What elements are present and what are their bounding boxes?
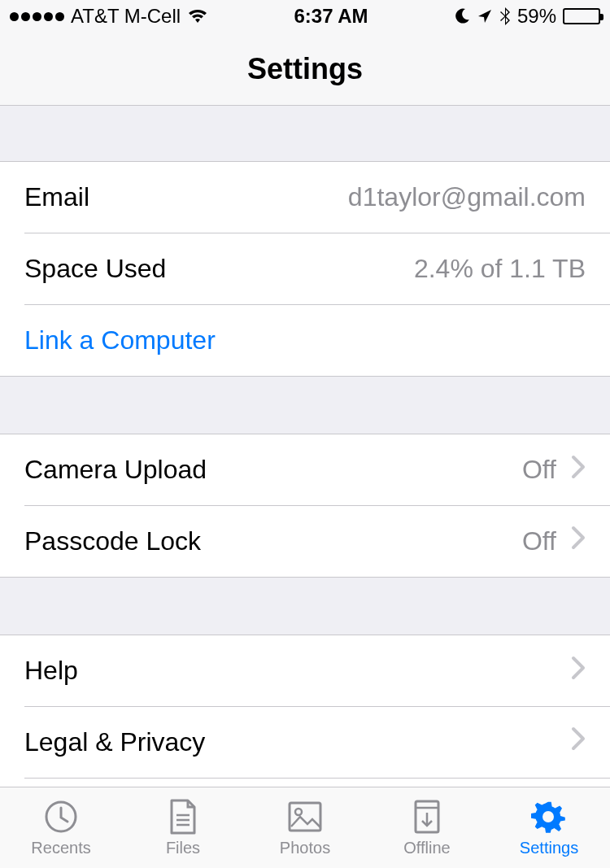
- page-title-text: Settings: [247, 52, 363, 86]
- tab-settings-label: Settings: [520, 839, 578, 857]
- section-gap: [0, 106, 610, 161]
- section-gap: [0, 377, 610, 434]
- tab-files[interactable]: Files: [122, 787, 244, 868]
- tab-photos-label: Photos: [280, 839, 330, 857]
- email-row[interactable]: Email d1taylor@gmail.com: [0, 161, 610, 233]
- email-label: Email: [24, 182, 89, 212]
- tab-offline-label: Offline: [403, 839, 450, 857]
- space-used-row[interactable]: Space Used 2.4% of 1.1 TB: [0, 233, 610, 304]
- space-used-label: Space Used: [24, 254, 166, 284]
- legal-privacy-row[interactable]: Legal & Privacy: [0, 706, 610, 778]
- status-left: AT&T M-Cell: [10, 5, 208, 28]
- tab-files-label: Files: [166, 839, 200, 857]
- section-gap: [0, 578, 610, 635]
- status-bar: AT&T M-Cell 6:37 AM 59%: [0, 0, 610, 33]
- tab-bar: Recents Files Photos: [0, 787, 610, 868]
- tab-recents[interactable]: Recents: [0, 787, 122, 868]
- signal-strength-icon: [10, 12, 64, 21]
- link-computer-label: Link a Computer: [24, 325, 216, 355]
- space-used-value: 2.4% of 1.1 TB: [166, 254, 586, 284]
- passcode-lock-row[interactable]: Passcode Lock Off: [0, 505, 610, 577]
- svg-point-9: [542, 811, 554, 822]
- gear-icon: [531, 798, 567, 835]
- page-title: Settings: [0, 33, 610, 106]
- battery-icon: [563, 8, 600, 24]
- battery-percent: 59%: [517, 5, 556, 28]
- passcode-lock-label: Passcode Lock: [24, 526, 201, 556]
- status-right: 59%: [454, 5, 600, 28]
- do-not-disturb-icon: [454, 8, 470, 24]
- passcode-lock-value: Off: [201, 526, 556, 556]
- carrier-label: AT&T M-Cell: [71, 5, 181, 28]
- support-group: Help Legal & Privacy: [0, 635, 610, 794]
- image-icon: [287, 798, 323, 835]
- camera-upload-value: Off: [207, 455, 556, 485]
- camera-upload-label: Camera Upload: [24, 455, 207, 485]
- svg-point-5: [295, 809, 302, 815]
- download-icon: [413, 798, 441, 835]
- svg-rect-4: [290, 803, 320, 831]
- camera-upload-row[interactable]: Camera Upload Off: [0, 434, 610, 505]
- account-group: Email d1taylor@gmail.com Space Used 2.4%…: [0, 161, 610, 377]
- clock: 6:37 AM: [294, 5, 368, 28]
- file-icon: [168, 798, 198, 835]
- clock-icon: [44, 798, 78, 835]
- tab-offline[interactable]: Offline: [366, 787, 488, 868]
- email-value: d1taylor@gmail.com: [89, 182, 586, 212]
- tab-photos[interactable]: Photos: [244, 787, 366, 868]
- chevron-right-icon: [571, 726, 586, 757]
- chevron-right-icon: [571, 656, 586, 687]
- help-label: Help: [24, 656, 78, 686]
- options-group: Camera Upload Off Passcode Lock Off: [0, 434, 610, 578]
- help-row[interactable]: Help: [0, 635, 610, 706]
- tab-recents-label: Recents: [31, 839, 90, 857]
- legal-privacy-label: Legal & Privacy: [24, 727, 205, 757]
- location-icon: [477, 8, 493, 24]
- settings-content: Email d1taylor@gmail.com Space Used 2.4%…: [0, 106, 610, 794]
- bluetooth-icon: [499, 7, 511, 26]
- chevron-right-icon: [571, 526, 586, 556]
- wifi-icon: [187, 8, 208, 24]
- chevron-right-icon: [571, 455, 586, 486]
- tab-settings[interactable]: Settings: [488, 787, 610, 868]
- link-computer-row[interactable]: Link a Computer: [0, 304, 610, 376]
